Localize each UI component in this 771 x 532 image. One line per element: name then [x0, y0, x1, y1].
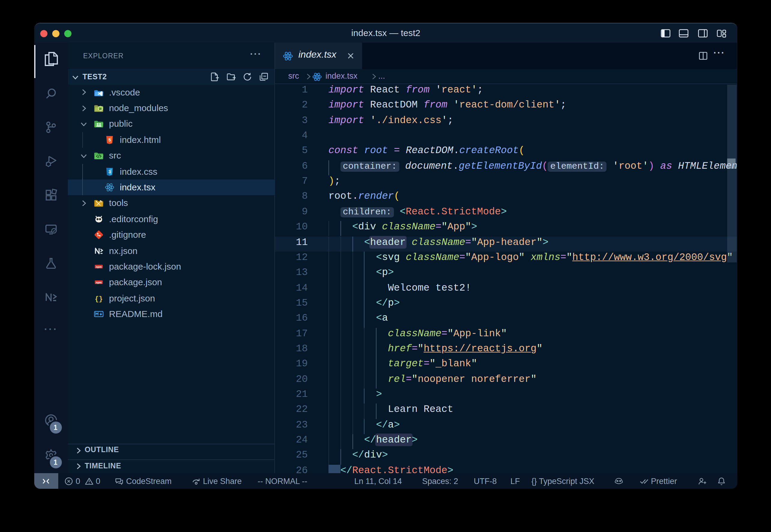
svg-text:5: 5: [108, 138, 111, 142]
svg-text:npm: npm: [96, 265, 101, 268]
svg-text:3: 3: [108, 169, 111, 174]
svg-text:{}: {}: [95, 295, 103, 303]
svg-text:npm: npm: [96, 281, 101, 284]
svg-text:js: js: [99, 107, 102, 110]
